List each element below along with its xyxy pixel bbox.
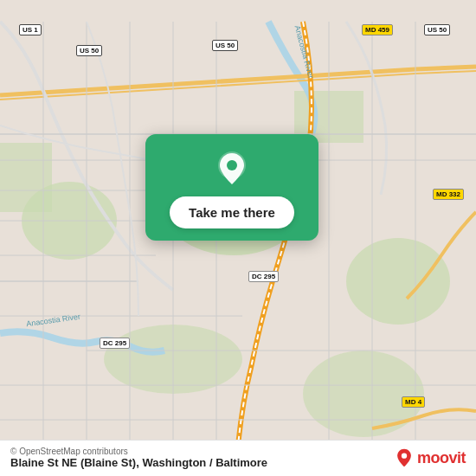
highway-badge-us50-a: US 50: [76, 45, 102, 56]
highway-badge-md332: MD 332: [433, 189, 464, 200]
svg-point-3: [346, 238, 450, 325]
svg-point-28: [402, 453, 407, 459]
highway-badge-us50-b: US 50: [212, 40, 238, 51]
moovit-brand-text: moovit: [417, 449, 466, 467]
highway-badge-us50-c: US 50: [424, 24, 450, 35]
highway-badge-us1: US 1: [19, 24, 42, 35]
moovit-logo: moovit: [395, 448, 466, 467]
attribution-text: © OpenStreetMap contributors: [10, 447, 267, 456]
highway-badge-dc295-b: DC 295: [100, 338, 130, 349]
svg-point-7: [303, 351, 424, 437]
map-container: US 1 US 50 US 50 MD 459 US 50 MD 332 DC …: [0, 0, 476, 476]
take-me-there-button[interactable]: Take me there: [170, 196, 294, 228]
highway-badge-md4: MD 4: [402, 396, 425, 408]
svg-rect-4: [0, 143, 52, 212]
highway-badge-md459: MD 459: [362, 24, 393, 35]
svg-point-27: [227, 160, 237, 170]
moovit-pin-icon: [395, 448, 414, 467]
bottom-bar: © OpenStreetMap contributors Blaine St N…: [0, 440, 476, 476]
location-card: Take me there: [145, 134, 318, 241]
map-pin-icon: [213, 150, 251, 188]
location-name-text: Blaine St NE (Blaine St), Washington / B…: [10, 456, 267, 469]
highway-badge-dc295-a: DC 295: [248, 271, 279, 282]
bottom-left: © OpenStreetMap contributors Blaine St N…: [10, 447, 267, 469]
